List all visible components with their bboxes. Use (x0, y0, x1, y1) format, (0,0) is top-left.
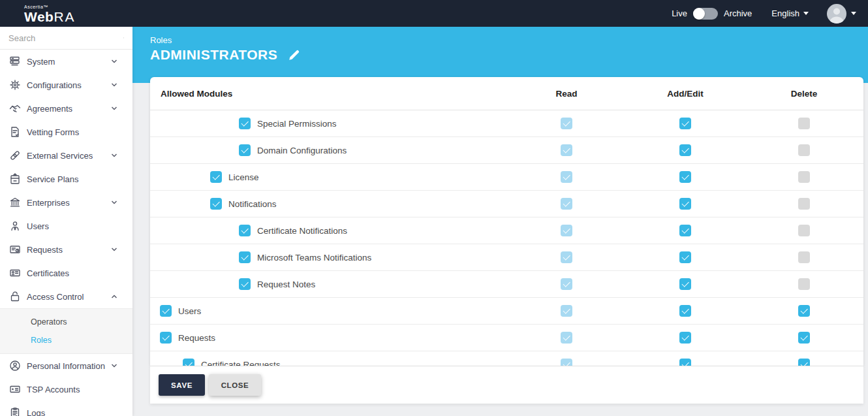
sidebar-item-vetting-forms[interactable]: Vetting Forms (0, 120, 132, 144)
user-menu[interactable] (827, 4, 856, 24)
module-checkbox[interactable] (183, 359, 194, 366)
sidebar-item-certificates[interactable]: Certificates (0, 261, 132, 285)
sidebar-item-label: Vetting Forms (27, 127, 110, 137)
sidebar-item-access-control[interactable]: Access Control (0, 285, 132, 308)
sidebar-item-personal-information[interactable]: Personal Information (0, 354, 132, 377)
sidebar-item-external-services[interactable]: External Services (0, 144, 132, 167)
add-edit-checkbox[interactable] (679, 171, 691, 183)
save-button[interactable]: SAVE (159, 374, 205, 396)
add-edit-checkbox[interactable] (679, 225, 691, 236)
sidebar-item-label: External Services (27, 151, 110, 161)
breadcrumb: Roles (150, 35, 300, 45)
permissions-card: Allowed Modules Read Add/Edit Delete Spe… (150, 77, 863, 366)
column-header-allowed-modules: Allowed Modules (150, 89, 507, 99)
chevron-down-icon (110, 199, 118, 206)
read-checkbox (561, 251, 572, 263)
sidebar-item-label: Personal Information (27, 361, 110, 371)
sidebar-item-label: Users (27, 221, 110, 231)
logs-icon (8, 407, 21, 416)
close-button[interactable]: CLOSE (209, 374, 261, 396)
access-control-icon (8, 291, 21, 303)
sidebar-item-label: Configurations (27, 80, 110, 90)
certificates-icon (8, 267, 21, 280)
configurations-icon (8, 79, 21, 91)
delete-checkbox[interactable] (798, 305, 810, 317)
table-row: Request Notes (150, 271, 863, 298)
module-checkbox[interactable] (239, 278, 251, 290)
live-label: Live (672, 8, 687, 18)
table-row: Notifications (150, 191, 863, 217)
read-checkbox (561, 332, 572, 344)
chevron-down-icon (110, 81, 118, 89)
delete-checkbox[interactable] (798, 332, 810, 344)
add-edit-checkbox[interactable] (679, 118, 691, 129)
module-checkbox[interactable] (160, 305, 172, 317)
language-selector[interactable]: English (771, 8, 809, 18)
search-input[interactable] (8, 33, 123, 43)
sidebar-item-label: Logs (27, 408, 110, 416)
sidebar-item-label: Requests (27, 245, 110, 255)
delete-checkbox[interactable] (798, 359, 810, 366)
sidebar-item-configurations[interactable]: Configurations (0, 73, 132, 97)
table-row: Domain Configurations (150, 137, 863, 164)
sidebar-item-label: Service Plans (27, 174, 110, 184)
sidebar-submenu: OperatorsRoles (0, 308, 132, 354)
sidebar-item-users[interactable]: Users (0, 214, 132, 238)
module-checkbox[interactable] (210, 198, 222, 210)
module-checkbox[interactable] (239, 225, 251, 236)
user-silhouette-icon (827, 4, 846, 24)
add-edit-checkbox[interactable] (679, 144, 691, 156)
sidebar-item-service-plans[interactable]: Service Plans (0, 167, 132, 191)
module-checkbox[interactable] (239, 144, 251, 156)
read-checkbox (561, 278, 572, 290)
topbar-right: Live Archive English (672, 4, 856, 24)
brand-ascertia-label: Ascertia™ (24, 5, 76, 9)
module-checkbox[interactable] (160, 332, 172, 344)
read-checkbox (561, 198, 572, 210)
main-content: Roles ADMINISTRATORS Allowed Modules Rea… (132, 27, 868, 416)
table-row: Special Permissions (150, 110, 863, 137)
module-checkbox[interactable] (239, 118, 251, 129)
column-header-add-edit: Add/Edit (626, 89, 745, 99)
sidebar-item-logs[interactable]: Logs (0, 401, 132, 416)
chevron-down-icon (803, 12, 809, 15)
service-plans-icon (8, 173, 21, 185)
add-edit-checkbox[interactable] (679, 198, 691, 210)
add-edit-checkbox[interactable] (679, 332, 691, 344)
table-row: Users (150, 298, 863, 325)
avatar (827, 4, 846, 24)
add-edit-checkbox[interactable] (679, 251, 691, 263)
sidebar-item-enterprises[interactable]: Enterprises (0, 191, 132, 214)
sidebar-subitem-roles[interactable]: Roles (0, 331, 132, 349)
module-checkbox[interactable] (210, 171, 222, 183)
vetting-forms-icon (8, 126, 21, 138)
column-header-delete: Delete (745, 89, 863, 99)
sidebar-item-label: Agreements (27, 104, 110, 114)
sidebar-item-system[interactable]: System (0, 50, 132, 73)
enterprises-icon (8, 197, 21, 209)
module-checkbox[interactable] (239, 251, 251, 263)
sidebar-item-requests[interactable]: Requests (0, 238, 132, 261)
chevron-up-icon (110, 293, 118, 300)
chevron-down-icon (110, 246, 118, 253)
module-label: Microsoft Teams Notifications (257, 253, 371, 263)
sidebar-subitem-operators[interactable]: Operators (0, 313, 132, 331)
live-archive-toggle[interactable] (693, 8, 718, 20)
toggle-knob[interactable] (693, 8, 705, 20)
chevron-down-icon (851, 12, 856, 15)
add-edit-checkbox[interactable] (679, 278, 691, 290)
module-label: Domain Configurations (257, 146, 347, 155)
table-row: License (150, 164, 863, 191)
add-edit-checkbox[interactable] (679, 359, 691, 366)
sidebar-item-agreements[interactable]: Agreements (0, 97, 132, 120)
delete-checkbox (798, 251, 810, 263)
delete-checkbox (798, 278, 810, 290)
delete-checkbox (798, 225, 810, 236)
brand-webra-label: WebRA (24, 9, 76, 24)
search-icon[interactable] (123, 33, 124, 43)
archive-label: Archive (724, 8, 752, 18)
edit-role-name-icon[interactable] (288, 49, 300, 61)
add-edit-checkbox[interactable] (679, 305, 691, 317)
sidebar-item-tsp-accounts[interactable]: TSP Accounts (0, 377, 132, 401)
live-archive-toggle-group: Live Archive (672, 8, 752, 20)
